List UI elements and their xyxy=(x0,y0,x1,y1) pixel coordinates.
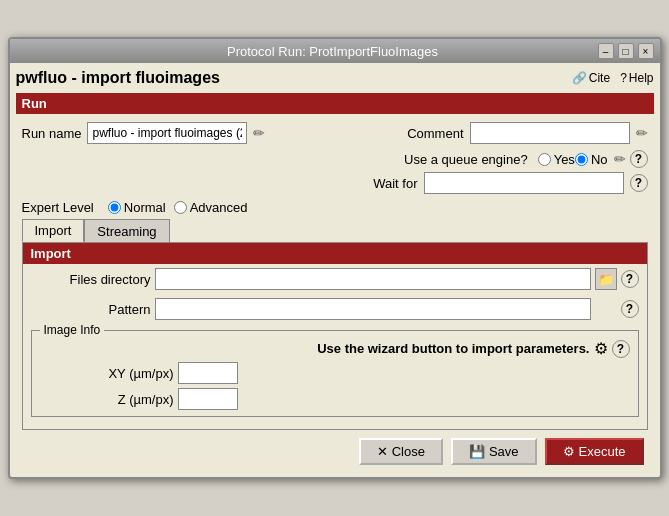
comment-edit-icon[interactable]: ✏ xyxy=(636,125,648,141)
queue-yes-label: Yes xyxy=(554,152,575,167)
waitfor-help-icon[interactable]: ? xyxy=(630,174,648,192)
import-section-header: Import xyxy=(23,243,647,264)
expert-level-row: Expert Level Normal Advanced xyxy=(16,196,654,219)
xy-label: XY (µm/px) xyxy=(44,366,174,381)
advanced-radio[interactable]: Advanced xyxy=(174,200,248,215)
run-section-header: Run xyxy=(16,93,654,114)
expert-level-label: Expert Level xyxy=(22,200,94,215)
queue-no-radio[interactable]: No xyxy=(575,152,608,167)
queue-yes-input[interactable] xyxy=(538,153,551,166)
cite-label: Cite xyxy=(589,71,610,85)
z-input[interactable] xyxy=(178,388,238,410)
close-button[interactable]: ✕ Close xyxy=(359,438,443,465)
close-label: Close xyxy=(392,444,425,459)
app-title: pwfluo - import fluoimages xyxy=(16,69,220,87)
bottom-bar: ✕ Close 💾 Save ⚙ Execute xyxy=(16,430,654,471)
header-buttons: 🔗 Cite ? Help xyxy=(572,71,654,85)
run-name-input[interactable] xyxy=(87,122,247,144)
comment-label: Comment xyxy=(407,126,463,141)
main-window: Protocol Run: ProtImportFluoImages – □ ×… xyxy=(8,37,662,479)
app-header: pwfluo - import fluoimages 🔗 Cite ? Help xyxy=(16,69,654,87)
files-dir-input[interactable] xyxy=(155,268,591,290)
files-dir-help-icon[interactable]: ? xyxy=(621,270,639,288)
run-name-label: Run name xyxy=(22,126,82,141)
window-title: Protocol Run: ProtImportFluoImages xyxy=(68,44,598,59)
files-dir-row: Files directory 📁 ? xyxy=(23,264,647,294)
image-info-box: Image Info Use the wizard button to impo… xyxy=(31,330,639,417)
wizard-row: Use the wizard button to import paramete… xyxy=(36,335,634,360)
save-button[interactable]: 💾 Save xyxy=(451,438,537,465)
waitfor-input[interactable] xyxy=(424,172,624,194)
normal-radio[interactable]: Normal xyxy=(108,200,166,215)
wizard-button[interactable]: ⚙ xyxy=(594,339,608,358)
close-x-icon: ✕ xyxy=(377,444,388,459)
queue-no-label: No xyxy=(591,152,608,167)
execute-gear-icon: ⚙ xyxy=(563,444,575,459)
advanced-radio-input[interactable] xyxy=(174,201,187,214)
pattern-help-icon[interactable]: ? xyxy=(621,300,639,318)
xy-input[interactable] xyxy=(178,362,238,384)
tabs-row: Import Streaming xyxy=(16,219,654,242)
wizard-text: Use the wizard button to import paramete… xyxy=(317,341,589,356)
import-section: Import Files directory 📁 ? Pattern ? Ima… xyxy=(22,242,648,430)
tab-import[interactable]: Import xyxy=(22,219,85,242)
pattern-row: Pattern ? xyxy=(23,294,647,324)
queue-yes-radio[interactable]: Yes xyxy=(538,152,575,167)
run-name-row: Run name ✏ Comment ✏ xyxy=(16,118,654,148)
queue-no-input[interactable] xyxy=(575,153,588,166)
save-icon: 💾 xyxy=(469,444,485,459)
advanced-label: Advanced xyxy=(190,200,248,215)
z-row: Z (µm/px) xyxy=(36,386,634,412)
comment-input[interactable] xyxy=(470,122,630,144)
waitfor-row: Wait for ? xyxy=(16,170,654,196)
normal-radio-input[interactable] xyxy=(108,201,121,214)
execute-label: Execute xyxy=(579,444,626,459)
queue-label: Use a queue engine? xyxy=(368,152,528,167)
link-icon: 🔗 xyxy=(572,71,587,85)
maximize-button[interactable]: □ xyxy=(618,43,634,59)
help-label: Help xyxy=(629,71,654,85)
pattern-input[interactable] xyxy=(155,298,591,320)
xy-row: XY (µm/px) xyxy=(36,360,634,386)
cite-button[interactable]: 🔗 Cite xyxy=(572,71,610,85)
tab-streaming[interactable]: Streaming xyxy=(84,219,169,242)
save-label: Save xyxy=(489,444,519,459)
wizard-help-icon[interactable]: ? xyxy=(612,340,630,358)
files-dir-label: Files directory xyxy=(31,272,151,287)
help-circle-icon: ? xyxy=(620,71,627,85)
folder-browse-button[interactable]: 📁 xyxy=(595,268,617,290)
pattern-label: Pattern xyxy=(31,302,151,317)
queue-help-icon[interactable]: ? xyxy=(630,150,648,168)
title-bar: Protocol Run: ProtImportFluoImages – □ × xyxy=(10,39,660,63)
z-label: Z (µm/px) xyxy=(44,392,174,407)
queue-edit-icon[interactable]: ✏ xyxy=(614,151,626,167)
window-controls: – □ × xyxy=(598,43,654,59)
help-button[interactable]: ? Help xyxy=(620,71,653,85)
waitfor-label: Wait for xyxy=(373,176,417,191)
image-info-legend: Image Info xyxy=(40,323,105,337)
run-name-edit-icon[interactable]: ✏ xyxy=(253,125,265,141)
queue-row: Use a queue engine? Yes No ✏ ? xyxy=(16,148,654,170)
execute-button[interactable]: ⚙ Execute xyxy=(545,438,644,465)
folder-icon: 📁 xyxy=(598,272,614,287)
normal-label: Normal xyxy=(124,200,166,215)
minimize-button[interactable]: – xyxy=(598,43,614,59)
close-button[interactable]: × xyxy=(638,43,654,59)
